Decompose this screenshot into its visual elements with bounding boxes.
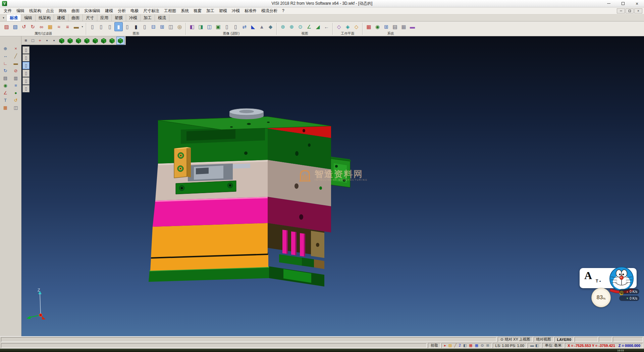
menu-item[interactable]: 线架构 <box>27 7 44 14</box>
view-cube-icon[interactable] <box>66 37 74 45</box>
left-tool-icon[interactable]: ▥ <box>11 75 20 82</box>
left-tool-icon[interactable]: ↔ <box>1 52 10 59</box>
toolbar-icon[interactable]: ▬ <box>72 22 80 31</box>
left-tool-icon[interactable]: ↻ <box>1 67 10 74</box>
toolbar-icon[interactable]: ← <box>322 22 331 31</box>
toolbar-tab[interactable]: 应用 <box>97 14 112 21</box>
filter-slot-icon[interactable]: ▯ <box>22 46 30 54</box>
status-icon[interactable]: ◧ <box>463 344 467 347</box>
toolbar-icon[interactable]: ⇄ <box>240 22 249 31</box>
view-cube-icon[interactable] <box>91 37 99 45</box>
absolute-view-indicator[interactable]: 绝对视图 <box>534 337 554 342</box>
toolbar-icon[interactable]: ▦ <box>365 22 373 31</box>
left-tool-icon[interactable]: ● <box>11 89 20 96</box>
mdi-restore-button[interactable] <box>626 8 634 13</box>
toolbar-tab[interactable]: 曲面 <box>68 14 83 21</box>
toolbar-icon[interactable]: ▣ <box>214 22 222 31</box>
toolbar-icon[interactable]: ▦ <box>46 22 54 31</box>
toolbar-icon[interactable]: ◣ <box>249 22 257 31</box>
toolbar-icon[interactable]: ▤ <box>391 22 399 31</box>
left-tool-icon[interactable]: ◉ <box>1 82 10 89</box>
status-icon[interactable]: 2 <box>459 344 461 347</box>
toolbar-icon[interactable]: ▯ <box>231 22 240 31</box>
view-cube-icon[interactable] <box>100 37 108 45</box>
toolbar-tab[interactable]: 塑膜 <box>112 14 126 21</box>
left-tool-icon[interactable]: ⊘ <box>11 67 20 74</box>
menu-item[interactable]: 标准件 <box>242 7 259 14</box>
lock-icon[interactable]: ◧ <box>535 344 539 347</box>
snap-toggle[interactable]: 拾取 <box>428 343 441 348</box>
layer-indicator[interactable]: LAYER0 <box>554 337 574 342</box>
menu-item[interactable]: 建模 <box>103 7 115 14</box>
toolbar-icon[interactable]: ⊞ <box>382 22 390 31</box>
toolbar-icon[interactable]: ◇ <box>352 22 361 31</box>
filter-slot-icon[interactable]: ▯ <box>22 70 30 77</box>
viewport-tool-icon[interactable]: ▪ <box>51 37 57 44</box>
battery-percent-badge[interactable]: 83 % <box>592 288 610 307</box>
menu-item[interactable]: 冲模 <box>229 7 242 14</box>
toolbar-icon[interactable]: ▯ <box>97 22 105 31</box>
mdi-close-button[interactable]: × <box>634 8 642 13</box>
filter-slot-icon[interactable]: ▯ <box>22 62 30 69</box>
viewport-tool-icon[interactable]: ▪ <box>44 37 50 44</box>
toolbar-icon[interactable]: ∠ <box>305 22 313 31</box>
toolbar-tab[interactable]: 建模 <box>54 14 68 21</box>
tab-dropdown-icon[interactable]: ▾ <box>1 14 7 21</box>
left-tool-icon[interactable]: ∠ <box>1 89 10 96</box>
toolbar-icon[interactable]: ◈ <box>343 22 352 31</box>
left-tool-icon[interactable]: T <box>1 97 10 104</box>
toolbar-icon[interactable]: ▬ <box>408 22 417 31</box>
toolbar-icon[interactable]: ∞ <box>37 22 46 31</box>
toolbar-icon[interactable]: ≡ <box>63 22 72 31</box>
menu-item[interactable]: 曲面 <box>69 7 82 14</box>
toolbar-icon[interactable]: ▯ <box>223 22 231 31</box>
toolbar-tab[interactable]: 标准 <box>7 14 21 21</box>
menu-item[interactable]: 视窗 <box>191 7 204 14</box>
menu-item[interactable]: 加工 <box>204 7 217 14</box>
maximize-button[interactable] <box>616 0 630 7</box>
toolbar-icon[interactable]: ⊙ <box>296 22 305 31</box>
left-tool-icon[interactable]: ╱ <box>11 52 20 59</box>
filter-slot-icon[interactable]: ▯ <box>22 54 30 61</box>
viewport-tool-icon[interactable]: □ <box>30 37 36 44</box>
status-icon[interactable]: ⊞ <box>486 344 489 347</box>
toolbar-icon[interactable]: ▧ <box>11 22 19 31</box>
toolbar-icon[interactable]: ◫ <box>205 22 214 31</box>
menu-item[interactable]: 塑模 <box>217 7 229 14</box>
left-tool-icon[interactable]: ↺ <box>11 97 20 104</box>
toolbar-tab[interactable]: 模流 <box>155 14 169 21</box>
toolbar-tab[interactable]: 尺寸 <box>83 14 97 21</box>
toolbar-icon[interactable]: ◆ <box>266 22 275 31</box>
toolbar-icon[interactable]: ⊞ <box>158 22 166 31</box>
menu-item[interactable]: 工程图 <box>162 7 178 14</box>
toolbar-icon[interactable]: ⊟ <box>149 22 158 31</box>
toolbar-icon[interactable]: ⊕ <box>287 22 296 31</box>
view-mode-indicator[interactable]: ⊙ 绝对 XY 上视图 <box>498 337 533 342</box>
toolbar-icon[interactable]: ◎ <box>175 22 184 31</box>
left-tool-icon[interactable]: ≡ <box>11 82 20 89</box>
toolbar-icon[interactable]: ◇ <box>335 22 343 31</box>
toolbar-icon[interactable]: ◫ <box>167 22 175 31</box>
left-tool-icon[interactable]: × <box>11 45 20 52</box>
toolbar-icon[interactable]: ▲ <box>258 22 266 31</box>
menu-item[interactable]: 实体编辑 <box>82 7 103 14</box>
menu-item[interactable]: 点云 <box>44 7 56 14</box>
menu-item[interactable]: ? <box>280 7 287 14</box>
toolbar-tab[interactable]: 编辑 <box>21 14 36 21</box>
mdi-minimize-button[interactable] <box>617 8 625 13</box>
side-clamp[interactable] <box>174 147 191 178</box>
toolbar-icon[interactable]: ⊛ <box>279 22 287 31</box>
menu-item[interactable]: 尺寸标注 <box>141 7 162 14</box>
toolbar-icon[interactable]: ↺ <box>20 22 28 31</box>
ejector-pins[interactable] <box>282 230 305 257</box>
menu-item[interactable]: 编辑 <box>14 7 27 14</box>
view-cube-icon[interactable] <box>116 37 124 45</box>
left-tool-icon[interactable]: ⊕ <box>1 45 10 52</box>
toolbar-icon[interactable]: ≈ <box>55 22 63 31</box>
toolbar-tab[interactable]: 线架构 <box>36 14 54 21</box>
toolbar-icon[interactable]: ▮ <box>114 22 123 31</box>
status-icon[interactable]: ⊙ <box>481 344 484 347</box>
status-icon[interactable]: ╱ <box>454 344 457 347</box>
toolbar-tab[interactable]: 加工 <box>141 14 155 21</box>
toolbar-icon[interactable]: ↻ <box>29 22 37 31</box>
